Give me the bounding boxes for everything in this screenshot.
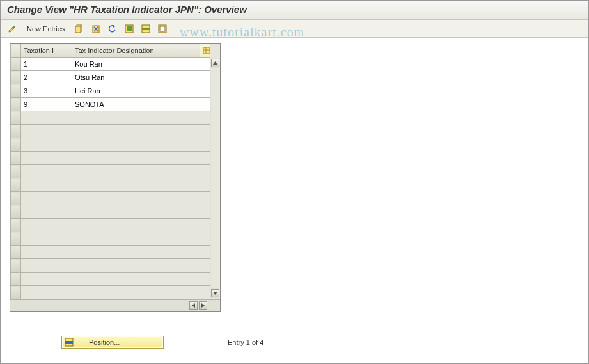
copy-as-button[interactable] (73, 22, 86, 35)
table-row (11, 125, 210, 138)
cell-taxation[interactable] (21, 205, 72, 219)
cell-taxation[interactable] (21, 125, 72, 138)
cell-designation[interactable] (72, 138, 210, 152)
col-header-designation[interactable]: Tax Indicator Designation (72, 44, 200, 58)
select-block-button[interactable] (139, 22, 152, 35)
cell-designation[interactable] (72, 165, 210, 178)
table-row (11, 205, 210, 219)
cell-taxation[interactable] (21, 165, 72, 178)
table-row (11, 152, 210, 165)
delete-icon (91, 24, 101, 34)
undo-button[interactable] (106, 22, 119, 35)
cell-designation[interactable] (72, 259, 210, 273)
position-button[interactable]: Position... (61, 336, 164, 349)
table-row (11, 246, 210, 259)
row-selector[interactable] (11, 273, 21, 286)
cell-taxation[interactable] (21, 232, 72, 246)
table-container: Taxation I Tax Indicator Designation 1Ko… (10, 43, 221, 312)
cell-designation[interactable] (72, 246, 210, 259)
cell-designation[interactable] (72, 111, 210, 125)
cell-designation[interactable] (72, 152, 210, 165)
table-row (11, 259, 210, 273)
cell-taxation[interactable]: 3 (21, 84, 72, 98)
cell-designation[interactable]: Kou Ran (72, 58, 210, 71)
scroll-down-button[interactable] (211, 289, 219, 297)
row-selector[interactable] (11, 152, 21, 165)
row-selector[interactable] (11, 111, 21, 125)
cell-designation[interactable]: Hei Ran (72, 84, 210, 98)
toggle-edit-button[interactable] (6, 22, 19, 35)
table-row (11, 192, 210, 205)
row-selector[interactable] (11, 98, 21, 111)
cell-designation[interactable] (72, 232, 210, 246)
chevron-left-icon (192, 303, 195, 308)
cell-designation[interactable] (72, 178, 210, 192)
cell-taxation[interactable] (21, 246, 72, 259)
chevron-down-icon (213, 292, 217, 295)
table-row (11, 232, 210, 246)
cell-taxation[interactable] (21, 286, 72, 299)
svg-rect-15 (65, 341, 73, 344)
table-row (11, 138, 210, 152)
cell-designation[interactable] (72, 219, 210, 232)
cell-designation[interactable]: SONOTA (72, 98, 210, 111)
cell-designation[interactable] (72, 125, 210, 138)
deselect-all-button[interactable] (156, 22, 169, 35)
cell-taxation[interactable] (21, 178, 72, 192)
entry-status: Entry 1 of 4 (228, 338, 263, 346)
table-row (11, 273, 210, 286)
cell-designation[interactable] (72, 205, 210, 219)
select-all-icon (124, 24, 134, 34)
row-selector[interactable] (11, 205, 21, 219)
row-selector[interactable] (11, 246, 21, 259)
row-selector[interactable] (11, 219, 21, 232)
cell-taxation[interactable]: 2 (21, 71, 72, 84)
cell-taxation[interactable]: 1 (21, 58, 72, 71)
svg-rect-1 (75, 26, 81, 33)
cell-taxation[interactable] (21, 152, 72, 165)
table-row (11, 178, 210, 192)
row-selector[interactable] (11, 84, 21, 98)
toolbar: New Entries (1, 20, 588, 38)
row-selector[interactable] (11, 165, 21, 178)
cell-taxation[interactable] (21, 273, 72, 286)
delete-button[interactable] (90, 22, 102, 35)
cell-designation[interactable] (72, 286, 210, 299)
vertical-scrollbar[interactable] (210, 58, 219, 298)
scroll-left-button[interactable] (189, 301, 198, 310)
cell-designation[interactable] (72, 273, 210, 286)
deselect-icon (157, 24, 168, 34)
select-all-rows[interactable] (11, 44, 21, 58)
cell-designation[interactable] (72, 192, 210, 205)
row-selector[interactable] (11, 178, 21, 192)
cell-taxation[interactable] (21, 111, 72, 125)
table-settings-button[interactable] (200, 44, 210, 58)
row-selector[interactable] (11, 232, 21, 246)
col-header-taxation[interactable]: Taxation I (21, 44, 72, 58)
cell-taxation[interactable] (21, 192, 72, 205)
select-all-button[interactable] (123, 22, 136, 35)
row-selector[interactable] (11, 58, 21, 71)
cell-designation[interactable]: Otsu Ran (72, 71, 210, 84)
cell-taxation[interactable] (21, 138, 72, 152)
chevron-right-icon (201, 303, 205, 308)
cell-taxation[interactable] (21, 259, 72, 273)
cell-taxation[interactable] (21, 219, 72, 232)
chevron-up-icon (213, 61, 217, 65)
scroll-up-button[interactable] (211, 59, 219, 67)
content-area: Taxation I Tax Indicator Designation 1Ko… (1, 38, 588, 312)
row-selector[interactable] (11, 138, 21, 152)
position-label: Position... (89, 338, 120, 346)
svg-rect-11 (203, 47, 210, 54)
row-selector[interactable] (11, 192, 21, 205)
scroll-track[interactable] (211, 68, 219, 288)
new-entries-button[interactable]: New Entries (22, 23, 69, 35)
svg-rect-8 (142, 28, 150, 30)
cell-taxation[interactable]: 9 (21, 98, 72, 111)
row-selector[interactable] (11, 125, 21, 138)
row-selector[interactable] (11, 71, 21, 84)
scroll-right-button[interactable] (199, 301, 207, 310)
row-selector[interactable] (11, 286, 21, 299)
page-title: Change View "HR Taxation Indicator JPN":… (1, 1, 588, 20)
row-selector[interactable] (11, 259, 21, 273)
